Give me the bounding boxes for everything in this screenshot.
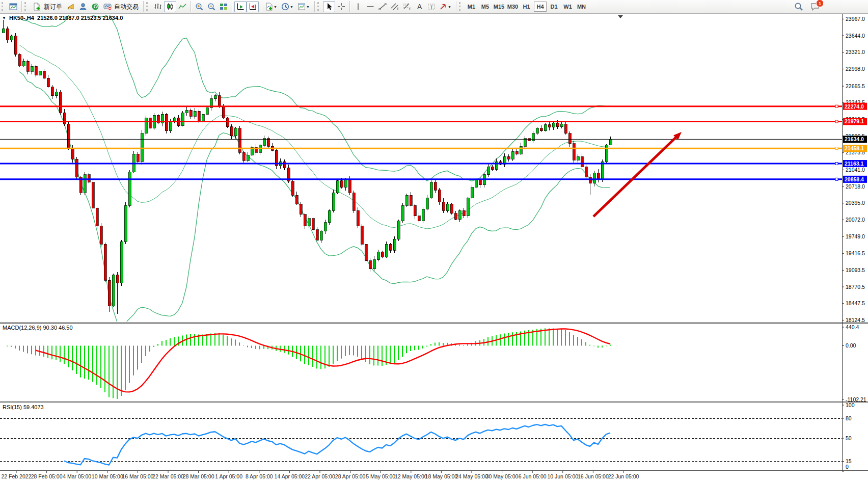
news-button[interactable] bbox=[89, 1, 101, 12]
zoom-in-button[interactable] bbox=[193, 1, 205, 12]
price-axis-label: 18770.5 bbox=[846, 284, 865, 290]
symbol-ohlc-label: ▼ HK50-,H4 21526.0 21687.0 21523.5 21634… bbox=[2, 15, 123, 21]
price-line-21458.1[interactable]: 21458.1 bbox=[0, 145, 867, 152]
date-axis-label: 12 May 05:00 bbox=[395, 473, 427, 479]
timeframe-h1[interactable]: H1 bbox=[520, 2, 533, 12]
price-axis-label: 18447.5 bbox=[846, 300, 865, 306]
sounds-button[interactable] bbox=[65, 1, 77, 12]
timeframe-group: M1M5M15M30H1H4D1W1MN bbox=[465, 2, 588, 12]
equidistant-channel-button[interactable]: E bbox=[389, 1, 401, 12]
chevron-down-icon: ▼ bbox=[274, 5, 277, 9]
horizontal-line-button[interactable] bbox=[364, 1, 376, 12]
auto-scroll-button[interactable] bbox=[234, 1, 247, 12]
crosshair-button[interactable] bbox=[335, 1, 347, 12]
chart-shift-icon bbox=[249, 3, 257, 11]
date-axis-label: 5 May 05:00 bbox=[366, 473, 395, 479]
tile-windows-icon bbox=[220, 3, 228, 11]
timeframe-d1[interactable]: D1 bbox=[548, 2, 560, 12]
chat-button[interactable]: 1 bbox=[809, 1, 821, 12]
timeframe-h4[interactable]: H4 bbox=[534, 2, 547, 12]
trendline-button[interactable] bbox=[376, 1, 389, 12]
date-axis-label: 22 Apr 05:00 bbox=[305, 473, 335, 479]
low-value: 21523.5 bbox=[81, 15, 101, 21]
price-axis-label: 19749.0 bbox=[846, 233, 865, 239]
vertical-line-button[interactable] bbox=[352, 1, 364, 12]
price-axis-label: 20718.0 bbox=[846, 183, 865, 190]
text-label-icon: T bbox=[427, 3, 436, 11]
svg-text:20858.4: 20858.4 bbox=[845, 176, 864, 182]
auto-trading-label[interactable]: 自动交易 bbox=[114, 3, 139, 11]
timeframe-m30[interactable]: M30 bbox=[506, 2, 519, 12]
indicators-button[interactable]: ▼ bbox=[263, 1, 280, 12]
user-icon bbox=[79, 3, 87, 11]
timeframe-m5[interactable]: M5 bbox=[479, 2, 492, 12]
price-line-22274.0[interactable]: 22274.0 bbox=[0, 103, 867, 110]
line-chart-icon bbox=[178, 3, 186, 11]
date-axis-label: 16 Mar 05:00 bbox=[122, 473, 153, 479]
chevron-down-icon[interactable]: ▼ bbox=[2, 16, 6, 20]
auto-trading-icon bbox=[103, 3, 112, 11]
templates-button[interactable]: ▼ bbox=[296, 1, 312, 12]
svg-text:E: E bbox=[397, 7, 399, 11]
candlestick-chart-button[interactable] bbox=[164, 1, 176, 12]
rsi-indicator-label: RSI(15) 59.4073 bbox=[3, 404, 44, 410]
auto-trading-button[interactable] bbox=[101, 1, 114, 12]
price-line-21163.1[interactable]: 21163.1 bbox=[0, 160, 867, 167]
text-label-button[interactable]: T bbox=[425, 1, 438, 12]
price-axis-label: 23644.0 bbox=[846, 33, 865, 39]
zoom-out-button[interactable] bbox=[205, 1, 218, 12]
horn-icon bbox=[67, 3, 75, 11]
chevron-down-icon: ▼ bbox=[448, 5, 451, 9]
crosshair-icon bbox=[337, 3, 345, 11]
chart-shift-marker[interactable] bbox=[618, 15, 623, 18]
rsi-axis-label: 80 bbox=[846, 415, 852, 421]
toolbar-drag-handle[interactable] bbox=[2, 2, 6, 11]
date-axis-label: 28 Apr 05:00 bbox=[335, 473, 366, 479]
rsi-axis-label: 100 bbox=[846, 402, 855, 408]
periods-button[interactable]: ▼ bbox=[280, 1, 296, 12]
macd-indicator-label: MACD(12,26,9) 90.30 46.50 bbox=[3, 325, 73, 331]
high-value: 21687.0 bbox=[59, 15, 79, 21]
indicators-icon bbox=[265, 3, 273, 11]
chart-shift-button[interactable] bbox=[247, 1, 259, 12]
bar-chart-button[interactable] bbox=[152, 1, 164, 12]
new-order-button[interactable] bbox=[30, 1, 43, 12]
rsi-line bbox=[64, 424, 610, 465]
signal-icon bbox=[91, 3, 99, 11]
svg-text:22274.0: 22274.0 bbox=[845, 103, 864, 110]
cursor-button[interactable] bbox=[323, 1, 335, 12]
price-axis-label: 23321.0 bbox=[846, 49, 865, 55]
price-axis-label: 22665.5 bbox=[846, 83, 865, 89]
new-order-label[interactable]: 新订单 bbox=[44, 3, 62, 11]
clock-icon bbox=[281, 3, 289, 11]
date-axis-label: 18 May 05:00 bbox=[425, 473, 458, 479]
timeframe-w1[interactable]: W1 bbox=[561, 2, 574, 12]
candlestick-icon bbox=[166, 3, 174, 11]
price-axis-label: 19093.5 bbox=[846, 267, 865, 273]
channel-icon: E bbox=[391, 3, 399, 11]
date-axis-label: 14 Apr 05:00 bbox=[275, 473, 305, 479]
search-button[interactable] bbox=[793, 1, 805, 12]
timeframe-m1[interactable]: M1 bbox=[465, 2, 478, 12]
fibonacci-button[interactable]: F bbox=[401, 1, 413, 12]
fibonacci-icon: F bbox=[403, 3, 412, 11]
app-window-button[interactable] bbox=[7, 1, 19, 12]
date-axis-label: 6 Jun 05:00 bbox=[519, 473, 547, 479]
tile-windows-button[interactable] bbox=[218, 1, 230, 12]
arrows-button[interactable]: ▼ bbox=[438, 1, 454, 12]
accounts-button[interactable] bbox=[77, 1, 89, 12]
svg-text:A: A bbox=[417, 3, 422, 11]
chart-canvas[interactable]: 23967.023644.023321.022998.022665.522342… bbox=[0, 0, 868, 482]
rsi-axis-label: 50 bbox=[846, 435, 852, 441]
date-axis-label: 10 Mar 05:00 bbox=[92, 473, 123, 479]
line-chart-button[interactable] bbox=[176, 1, 188, 12]
toolbar: 新订单 自动交易 bbox=[0, 0, 868, 14]
auto-scroll-icon bbox=[236, 3, 245, 11]
svg-text:F: F bbox=[409, 7, 411, 11]
text-button[interactable]: A bbox=[413, 1, 425, 12]
timeframe-mn[interactable]: MN bbox=[575, 2, 588, 12]
price-line-21979.1[interactable]: 21979.1 bbox=[0, 118, 867, 125]
price-line-21634.0[interactable]: 21634.0 bbox=[0, 136, 867, 143]
date-axis-label: 10 Jun 05:00 bbox=[547, 473, 578, 479]
timeframe-m15[interactable]: M15 bbox=[493, 2, 505, 12]
